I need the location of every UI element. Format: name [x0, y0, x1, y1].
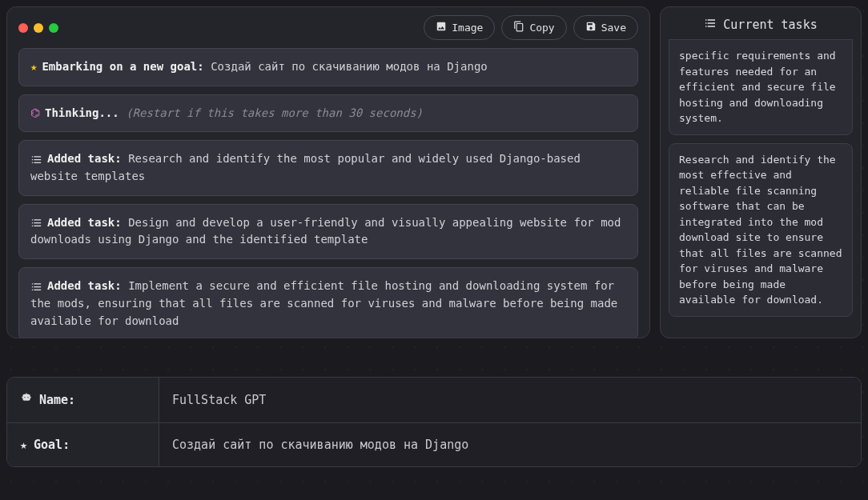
side-task-text: Research and identify the most effective… — [679, 154, 842, 306]
side-panel-header: Current tasks — [661, 7, 861, 39]
list-icon — [704, 17, 717, 33]
list-icon — [30, 217, 42, 229]
name-label: Name: — [7, 378, 159, 422]
save-button[interactable]: Save — [573, 15, 638, 40]
side-task-item: specific requirements and features neede… — [669, 39, 853, 135]
current-tasks-panel: Current tasks specific requirements and … — [660, 6, 862, 338]
added-task-prefix: Added task: — [47, 152, 122, 165]
copy-button[interactable]: Copy — [501, 15, 566, 40]
window-maximize-dot[interactable] — [49, 23, 58, 33]
goal-row: ★ Goal: — [7, 423, 861, 466]
side-tasks-list[interactable]: specific requirements and features neede… — [661, 39, 861, 338]
list-icon — [30, 154, 42, 166]
task-card: Added task: Research and identify the mo… — [18, 140, 638, 195]
name-row: Name: — [7, 378, 861, 423]
side-panel-title: Current tasks — [723, 18, 817, 32]
window-close-dot[interactable] — [18, 23, 28, 33]
agent-config-form: Name: ★ Goal: — [6, 377, 862, 467]
side-task-text: specific requirements and features neede… — [679, 50, 836, 124]
added-task-prefix: Added task: — [47, 279, 122, 292]
thinking-hint: (Restart if this takes more than 30 seco… — [126, 106, 423, 119]
main-output-panel: Image Copy Save ★Embarking on a new goal… — [6, 6, 650, 338]
panel-header: Image Copy Save — [7, 7, 649, 48]
list-icon — [30, 281, 42, 293]
brain-icon: ⌬ — [30, 106, 40, 119]
goal-text: Создай сайт по скачиванию модов на Djang… — [211, 60, 488, 73]
goal-input[interactable] — [159, 423, 861, 466]
save-button-label: Save — [601, 22, 626, 34]
name-input[interactable] — [159, 378, 861, 422]
star-icon: ★ — [30, 60, 37, 73]
window-minimize-dot[interactable] — [34, 23, 43, 33]
image-icon — [436, 21, 447, 34]
traffic-lights — [18, 23, 58, 33]
clipboard-icon — [513, 21, 524, 34]
robot-icon — [20, 392, 33, 408]
goal-label-text: Goal: — [34, 438, 70, 452]
thinking-prefix: Thinking... — [45, 106, 119, 119]
image-button-label: Image — [452, 22, 483, 34]
added-task-prefix: Added task: — [47, 216, 122, 229]
task-card: Added task: Implement a secure and effic… — [18, 267, 638, 338]
goal-prefix: Embarking on a new goal: — [42, 60, 203, 73]
side-task-item: Research and identify the most effective… — [669, 143, 853, 317]
star-icon: ★ — [20, 438, 27, 452]
goal-card: ★Embarking on a new goal: Создай сайт по… — [18, 48, 638, 86]
name-label-text: Name: — [39, 393, 75, 407]
goal-label: ★ Goal: — [7, 423, 159, 466]
task-card: Added task: Design and develop a user-fr… — [18, 204, 638, 259]
save-icon — [585, 21, 597, 34]
thinking-card: ⌬Thinking... (Restart if this takes more… — [18, 94, 638, 133]
copy-button-label: Copy — [529, 22, 554, 34]
image-button[interactable]: Image — [424, 15, 495, 40]
output-feed[interactable]: ★Embarking on a new goal: Создай сайт по… — [7, 48, 649, 338]
